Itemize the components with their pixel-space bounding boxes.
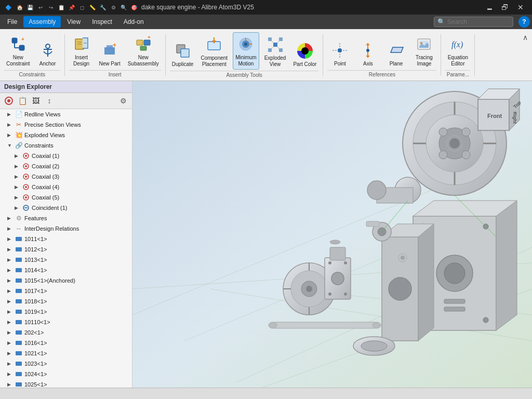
- undo-icon[interactable]: ↩: [36, 3, 45, 11]
- plane-button[interactable]: Plane: [383, 39, 408, 69]
- component-placement-label: ComponentPlacement: [201, 55, 228, 68]
- tree-item-precise-section-views[interactable]: ▶ ✂ Precise Section Views: [0, 119, 132, 130]
- help-button[interactable]: ?: [518, 16, 530, 28]
- tree-item-202[interactable]: ▶ 202<1>: [0, 327, 132, 338]
- component-placement-button[interactable]: ComponentPlacement: [198, 33, 230, 70]
- minimize-button[interactable]: 🗕: [482, 2, 497, 13]
- svg-rect-20: [181, 49, 189, 57]
- tree-item-coaxial-3[interactable]: ▶ Coaxial (3): [0, 171, 132, 182]
- square-icon[interactable]: ◻: [78, 3, 86, 11]
- titlebar: 🔷 🏠 💾 ↩ ↪ 📋 📌 ◻ 📏 🔧 ⚙ 🔍 🎯 dake square en…: [0, 0, 532, 15]
- search-input[interactable]: [447, 18, 510, 25]
- tree-item-1019[interactable]: ▶ 1019<1>: [0, 307, 132, 317]
- tree-item-coincident-1[interactable]: ▶ Coincident (1): [0, 203, 132, 213]
- menu-addon[interactable]: Add-on: [118, 16, 149, 28]
- save-icon[interactable]: 💾: [26, 3, 34, 11]
- svg-rect-139: [273, 322, 377, 328]
- tree-item-1012[interactable]: ▶ 1012<1>: [0, 244, 132, 255]
- menu-file[interactable]: File: [2, 16, 22, 28]
- tree-item-1023[interactable]: ▶ 1023<1>: [0, 358, 132, 369]
- insert-items: InsertDesign + New Part: [69, 33, 161, 69]
- part-color-button[interactable]: Part Color: [291, 39, 318, 70]
- duplicate-button[interactable]: Duplicate: [170, 39, 196, 70]
- target-icon[interactable]: 🎯: [130, 3, 138, 11]
- label-1013: 1013<1>: [24, 257, 47, 263]
- new-constraint-button[interactable]: + NewConstraint: [4, 33, 32, 69]
- 3d-viewport[interactable]: X Y Z Front Top Right: [132, 81, 532, 388]
- svg-rect-66: [16, 237, 22, 241]
- tree-item-coaxial-1[interactable]: ▶ Coaxial (1): [0, 151, 132, 161]
- svg-text:f(x): f(x): [451, 40, 463, 49]
- ribbon-collapse-button[interactable]: ∧: [523, 31, 532, 42]
- tree-item-coaxial-5[interactable]: ▶ Coaxial (5): [0, 192, 132, 203]
- new-subassembly-button[interactable]: + NewSubassembly: [126, 33, 161, 69]
- tree-item-redline-views[interactable]: ▶ 📄 Redline Views: [0, 109, 132, 119]
- tree-item-interdesign-relations[interactable]: ▶ ↔ InterDesign Relations: [0, 223, 132, 234]
- search2-icon[interactable]: 🔍: [119, 3, 128, 11]
- restore-button[interactable]: 🗗: [498, 2, 512, 13]
- exploded-view-button[interactable]: ExplodedView: [262, 33, 288, 70]
- new-part-button[interactable]: + New Part: [97, 39, 123, 69]
- app-icon: 🔷: [4, 3, 12, 11]
- svg-rect-1: [19, 45, 24, 50]
- sidebar: Design Explorer 📋 🖼 ↕ ⚙ ▶ 📄 Redline View…: [0, 81, 132, 388]
- arrow-precise-section: ▶: [7, 122, 15, 127]
- label-1019: 1019<1>: [24, 309, 47, 315]
- tree-item-1024[interactable]: ▶ 1024<1>: [0, 369, 132, 379]
- arrow-1025: ▶: [7, 382, 15, 387]
- tracing-image-button[interactable]: TracingImage: [411, 33, 436, 69]
- minimum-motion-button[interactable]: MinimumMotion: [233, 32, 259, 70]
- search-box[interactable]: 🔍: [434, 17, 513, 27]
- axis-button[interactable]: Axis: [355, 39, 380, 69]
- tree-item-features[interactable]: ▶ ⚙ Features: [0, 213, 132, 223]
- insert-design-button[interactable]: InsertDesign: [69, 33, 94, 69]
- anchor-button[interactable]: Anchor: [35, 39, 60, 69]
- tree-item-1014[interactable]: ▶ 1014<1>: [0, 265, 132, 275]
- equation-editor-button[interactable]: f(x) EquationEditor: [445, 33, 470, 69]
- point-button[interactable]: Point: [327, 39, 352, 69]
- ribbon-group-insert: InsertDesign + New Part: [65, 34, 166, 76]
- tree-item-1018[interactable]: ▶ 1018<1>: [0, 296, 132, 307]
- svg-point-138: [344, 292, 347, 296]
- svg-rect-31: [279, 37, 283, 41]
- svg-point-147: [330, 240, 340, 244]
- home-icon[interactable]: 🏠: [16, 3, 24, 11]
- arrow-coaxial-5: ▶: [15, 195, 22, 200]
- svg-rect-71: [16, 289, 22, 293]
- tree-item-constraints[interactable]: ▼ 🔗 Constraints: [0, 140, 132, 151]
- sidebar-tool-circle-button[interactable]: [3, 95, 15, 107]
- assembly-tools-items: Duplicate ComponentPlacement: [170, 32, 319, 70]
- menu-view[interactable]: View: [62, 16, 86, 28]
- tree-item-1017[interactable]: ▶ 1017<1>: [0, 286, 132, 296]
- sidebar-settings-button[interactable]: ⚙: [117, 95, 129, 107]
- svg-point-149: [401, 256, 405, 260]
- close-button[interactable]: ✕: [513, 2, 528, 13]
- tree-item-coaxial-2[interactable]: ▶ Coaxial (2): [0, 161, 132, 171]
- menu-inspect[interactable]: Inspect: [87, 16, 117, 28]
- tree-item-1021[interactable]: ▶ 1021<1>: [0, 348, 132, 358]
- tree-item-1015[interactable]: ▶ 1015<1>(Anchored): [0, 275, 132, 286]
- tree-item-1025[interactable]: ▶ 1025<1>: [0, 379, 132, 388]
- sidebar-tool-sort-button[interactable]: ↕: [44, 95, 55, 107]
- pin-icon[interactable]: 📌: [68, 3, 76, 11]
- svg-line-35: [277, 41, 279, 43]
- component-placement-icon: [205, 35, 223, 54]
- redo-icon[interactable]: ↪: [47, 3, 55, 11]
- sidebar-tool-list-button[interactable]: 📋: [17, 95, 28, 107]
- tree-item-1011[interactable]: ▶ 1011<1>: [0, 234, 132, 244]
- wrench-icon[interactable]: 🔧: [99, 3, 107, 11]
- sidebar-tool-image-button[interactable]: 🖼: [30, 95, 42, 107]
- duplicate-icon: [174, 42, 192, 60]
- tree-item-coaxial-4[interactable]: ▶ Coaxial (4): [0, 182, 132, 192]
- menu-assembly[interactable]: Assembly: [23, 16, 61, 28]
- ruler-icon[interactable]: 📏: [88, 3, 97, 11]
- constraints-items: + NewConstraint Anchor: [4, 33, 60, 69]
- tree-item-1016[interactable]: ▶ 1016<1>: [0, 338, 132, 348]
- tree-item-10110[interactable]: ▶ 10110<1>: [0, 317, 132, 327]
- tree-item-1013[interactable]: ▶ 1013<1>: [0, 255, 132, 265]
- gear2-icon[interactable]: ⚙: [109, 3, 117, 11]
- tree-item-exploded-views[interactable]: ▶ 💥 Exploded Views: [0, 130, 132, 140]
- ribbon: + NewConstraint Anchor: [0, 29, 532, 81]
- copy-icon[interactable]: 📋: [57, 3, 65, 11]
- svg-point-141: [373, 322, 381, 328]
